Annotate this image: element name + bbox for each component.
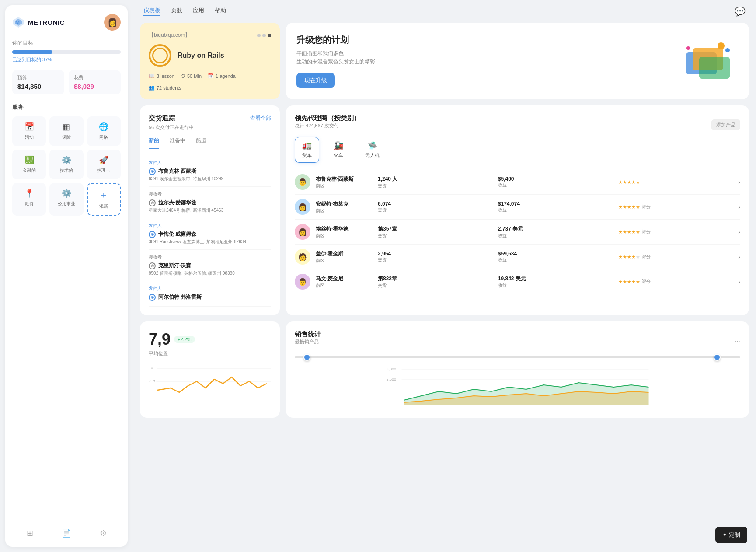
dealer-stat-4: 2,954 交货: [378, 251, 493, 263]
service-network[interactable]: 🌐 网络: [87, 116, 121, 146]
students-icon: 👥: [149, 85, 155, 91]
service-public[interactable]: ⚙️ 公用事业: [49, 183, 83, 216]
sidebar-footer: ⊞ 📄 ⚙: [12, 521, 121, 538]
nav-pages[interactable]: 页数: [171, 7, 182, 16]
category-train[interactable]: 🚂 火车: [326, 137, 351, 163]
expense-label: 花费: [74, 74, 115, 81]
dealer-name-3: 埃丝特·霍华德: [316, 225, 373, 233]
goal-section: 你的目标 已达到目标的 37%: [12, 39, 121, 63]
growth-badge: +2.2%: [174, 336, 195, 343]
tech-icon: ⚙️: [62, 155, 71, 165]
category-drone[interactable]: 🛸 无人机: [358, 137, 387, 163]
dealer-rating-5: ★★★★★ 评分: [618, 279, 733, 285]
range-handle-left[interactable]: [303, 354, 310, 361]
time-icon: ⏱: [181, 73, 185, 79]
insurance-label: 保险: [62, 134, 71, 140]
category-truck[interactable]: 🚛 货车: [295, 137, 319, 163]
dealer-revenue-5: 19,842 美元 收益: [498, 275, 613, 289]
expense-value: $8,029: [74, 83, 115, 90]
range-handle-right[interactable]: [714, 354, 721, 361]
view-all-link[interactable]: 查看全部: [250, 115, 271, 122]
dealer-revenue-2: $174,074 收益: [498, 201, 613, 213]
nursing-label: 护理卡: [97, 168, 110, 174]
service-activity[interactable]: 📅 活动: [12, 116, 46, 146]
service-hospitality[interactable]: 📍 款待: [12, 183, 46, 216]
dealer-revenue-4: $59,634 收益: [498, 251, 613, 263]
dealer-arrow-1[interactable]: ›: [738, 178, 740, 185]
progress-bar-fill: [12, 50, 52, 54]
dealer-arrow-5[interactable]: ›: [738, 278, 740, 285]
svg-text:7.75: 7.75: [149, 379, 157, 383]
service-insurance[interactable]: ▦ 保险: [49, 116, 83, 146]
range-slider[interactable]: [295, 356, 740, 358]
nav-links: 仪表板 页数 应用 帮助: [143, 7, 226, 16]
dealer-avatar-1: 👨: [295, 174, 310, 190]
tab-new[interactable]: 新的: [149, 137, 159, 149]
tab-shipping[interactable]: 船运: [196, 137, 206, 149]
tx-label-3: 发件人: [149, 223, 271, 229]
course-students: 👥 72 students: [149, 85, 181, 91]
dealer-region-1: 南区: [316, 183, 373, 189]
dealer-name-2: 安妮特·布莱克: [316, 200, 373, 208]
service-tech[interactable]: ⚙️ 技术的: [49, 150, 83, 179]
file-icon[interactable]: 📄: [62, 528, 71, 538]
budget-label: 预算: [17, 74, 59, 81]
add-product-button[interactable]: 添加产品: [711, 119, 740, 130]
dealer-stat-2: 6,074 交货: [378, 201, 493, 213]
finance-label: 金融的: [23, 168, 36, 174]
tx-item-3: 发件人 ◉ 卡梅伦·威廉姆森 3891 Ranchview 理查森博士, 加利福…: [149, 218, 271, 250]
dealer-avatar-2: 👩: [295, 199, 310, 215]
service-finance[interactable]: 💹 金融的: [12, 150, 46, 179]
network-icon: 🌐: [99, 122, 108, 132]
dealer-row-4: 🧑 盖伊·霍金斯 南区 2,954 交货 $59,634 收益 ★★★★★: [295, 245, 740, 269]
nav-help[interactable]: 帮助: [215, 7, 226, 16]
sales-more-icon[interactable]: ⋯: [735, 338, 740, 344]
activity-icon: 📅: [24, 122, 34, 132]
service-add-new[interactable]: ＋ 添新: [87, 183, 121, 216]
nav-dashboard[interactable]: 仪表板: [143, 7, 160, 16]
customize-button[interactable]: ✦ 定制: [715, 527, 747, 543]
stat-card: 7,9 +2.2% 平均位置 10 7.75: [140, 321, 280, 418]
range-fill: [317, 356, 718, 358]
services-title: 服务: [12, 103, 121, 111]
tx-item-1: 发件人 ◉ 布鲁克林·西蒙斯 6391 埃尔全主塞果市, 特拉华州 10299: [149, 155, 271, 187]
tab-preparing[interactable]: 准备中: [170, 137, 185, 149]
row-3: 7,9 +2.2% 平均位置 10 7.75: [140, 321, 749, 418]
receiver-icon-2: ◎: [149, 199, 156, 206]
transaction-title: 交货追踪: [149, 114, 175, 122]
dealer-arrow-3[interactable]: ›: [738, 228, 740, 235]
dealers-card: 领先代理商（按类别） 总计 424,567 次交付 添加产品 🚛 货车 🚂 火车: [286, 105, 749, 315]
notification-icon[interactable]: 💬: [735, 6, 746, 17]
dealer-arrow-2[interactable]: ›: [738, 203, 740, 210]
goal-title: 你的目标: [12, 39, 121, 47]
sales-card: 销售统计 最畅销产品 ⋯ 3,000 2: [286, 321, 749, 418]
tx-name-4: ◎ 克里斯汀·沃森: [149, 262, 271, 269]
dealer-info-5: 马文·麦金尼 南区: [316, 275, 373, 289]
sales-title-area: 销售统计 最畅销产品: [295, 330, 321, 351]
nav-apps[interactable]: 应用: [193, 7, 204, 16]
dealer-arrow-4[interactable]: ›: [738, 253, 740, 260]
dealer-region-2: 南区: [316, 208, 373, 214]
stars-5: ★★★★★: [618, 279, 640, 285]
settings-icon[interactable]: ⚙: [100, 528, 107, 538]
dealer-rating-2: ★★★★★ 评分: [618, 204, 733, 210]
tx-item-4: 接收者 ◎ 克里斯汀·沃森 8502 普雷斯顿路, 英格尔伍德, 缅因州 983…: [149, 250, 271, 281]
logo-text: METRONIC: [28, 19, 65, 26]
dealer-stat-3: 第357章 交货: [378, 225, 493, 239]
course-url-dots: [257, 34, 271, 37]
upgrade-desc: 平面插图和我们多色 生动的未混合紫色头发女士的精彩: [296, 49, 375, 66]
content-area: 【biqubiqu.com】 Ruby on Rails: [133, 23, 756, 552]
dealer-stat-5: 第822章 交货: [378, 275, 493, 289]
upgrade-button[interactable]: 现在升级: [296, 73, 335, 88]
activity-label: 活动: [25, 134, 34, 140]
layers-icon[interactable]: ⊞: [27, 528, 33, 538]
sidebar-header: M METRONIC 👩: [12, 14, 121, 31]
stars-2: ★★★★★: [618, 204, 640, 210]
service-nursing[interactable]: 🚀 护理卡: [87, 150, 121, 179]
sales-range-area: [295, 356, 740, 358]
finance-icon: 💹: [24, 155, 34, 165]
upgrade-text: 升级您的计划 平面插图和我们多色 生动的未混合紫色头发女士的精彩 现在升级: [296, 34, 375, 88]
big-number-sub: 7,9 +2.2%: [149, 330, 271, 349]
dot-2: [262, 34, 266, 37]
dealer-region-5: 南区: [316, 283, 373, 289]
